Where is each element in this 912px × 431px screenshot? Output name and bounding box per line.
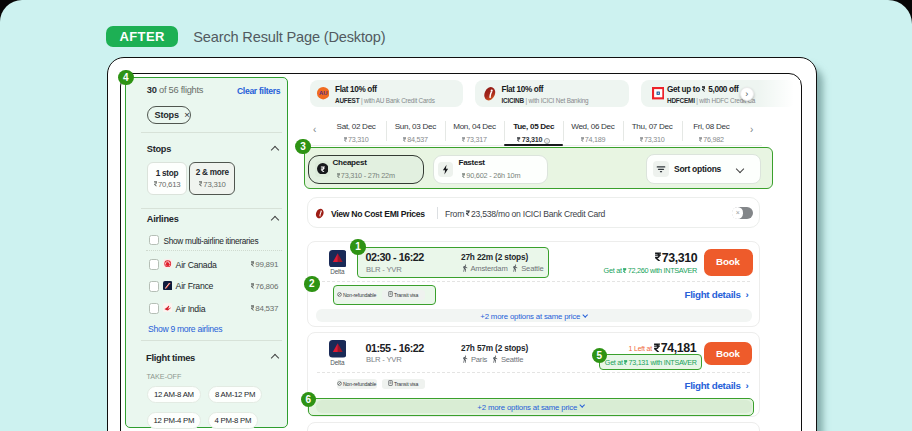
svg-text:AU: AU — [319, 91, 327, 97]
